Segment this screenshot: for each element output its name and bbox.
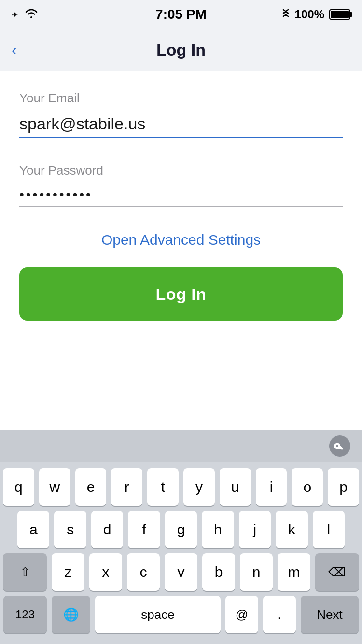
delete-key[interactable]: ⌫ — [315, 553, 359, 591]
key-r[interactable]: r — [111, 468, 142, 506]
key-f[interactable]: f — [128, 511, 160, 548]
keyboard-bottom-row: 123 🌐 space @ . Next — [3, 596, 359, 638]
key-e[interactable]: e — [75, 468, 107, 506]
status-left: ✈ — [12, 8, 38, 21]
password-field-group: Your Password — [19, 163, 343, 222]
key-n[interactable]: n — [240, 553, 273, 591]
battery-icon — [329, 9, 350, 20]
password-label: Your Password — [19, 163, 343, 178]
key-k[interactable]: k — [276, 511, 307, 548]
key-g[interactable]: g — [165, 511, 197, 548]
key-b[interactable]: b — [202, 553, 235, 591]
keyboard-row-1: q w e r t y u i o p — [3, 468, 359, 506]
next-key[interactable]: Next — [301, 596, 359, 633]
back-button[interactable]: ‹ — [12, 41, 17, 59]
keyboard-row-2: a s d f g h j k l — [3, 511, 359, 548]
key-a[interactable]: a — [17, 511, 49, 548]
key-x[interactable]: x — [89, 553, 122, 591]
email-field-group: Your Email — [19, 91, 343, 154]
key-icon — [329, 435, 350, 457]
key-m[interactable]: m — [278, 553, 310, 591]
keyboard-row-3: ⇧ z x c v b n m ⌫ — [3, 553, 359, 591]
status-bar: ✈ 7:05 PM 100% — [0, 0, 362, 29]
key-t[interactable]: t — [147, 468, 179, 506]
password-input[interactable] — [19, 183, 343, 207]
key-z[interactable]: z — [52, 553, 84, 591]
status-time: 7:05 PM — [155, 7, 207, 22]
key-c[interactable]: c — [127, 553, 160, 591]
key-h[interactable]: h — [202, 511, 234, 548]
key-d[interactable]: d — [91, 511, 123, 548]
keyboard-area: q w e r t y u i o p a s d f g h j k l ⇧ … — [0, 430, 362, 644]
at-key[interactable]: @ — [225, 596, 258, 633]
key-u[interactable]: u — [220, 468, 251, 506]
key-o[interactable]: o — [292, 468, 323, 506]
login-button[interactable]: Log In — [19, 267, 343, 321]
advanced-settings-label[interactable]: Open Advanced Settings — [101, 232, 261, 248]
key-y[interactable]: y — [183, 468, 215, 506]
key-q[interactable]: q — [3, 468, 34, 506]
login-form: Your Email Your Password Open Advanced S… — [0, 71, 362, 321]
key-j[interactable]: j — [239, 511, 271, 548]
bluetooth-icon — [281, 7, 290, 22]
dot-key[interactable]: . — [263, 596, 296, 633]
key-p[interactable]: p — [328, 468, 359, 506]
page-title: Log In — [156, 41, 206, 59]
key-v[interactable]: v — [165, 553, 197, 591]
space-key[interactable]: space — [95, 596, 221, 633]
email-input[interactable] — [19, 111, 343, 138]
keyboard-toolbar — [0, 430, 362, 462]
status-right: 100% — [281, 7, 350, 22]
advanced-settings-link[interactable]: Open Advanced Settings — [19, 232, 343, 248]
keyboard: q w e r t y u i o p a s d f g h j k l ⇧ … — [0, 462, 362, 644]
shift-key[interactable]: ⇧ — [3, 553, 47, 591]
email-label: Your Email — [19, 91, 343, 106]
key-s[interactable]: s — [54, 511, 86, 548]
airplane-icon: ✈ — [12, 10, 18, 19]
nav-bar: ‹ Log In — [0, 29, 362, 71]
key-w[interactable]: w — [39, 468, 70, 506]
numbers-key[interactable]: 123 — [3, 596, 47, 633]
globe-key[interactable]: 🌐 — [52, 596, 90, 633]
battery-percent: 100% — [295, 8, 324, 21]
key-i[interactable]: i — [256, 468, 287, 506]
wifi-icon — [25, 8, 38, 21]
key-l[interactable]: l — [313, 511, 345, 548]
